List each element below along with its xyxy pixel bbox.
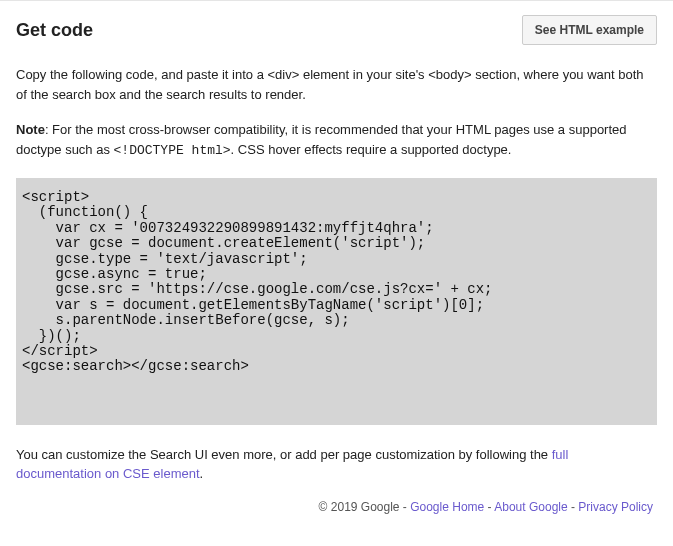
customize-text-before: You can customize the Search UI even mor… bbox=[16, 447, 552, 462]
note-text-after: . CSS hover effects require a supported … bbox=[231, 142, 512, 157]
google-home-link[interactable]: Google Home bbox=[410, 500, 484, 514]
code-block[interactable]: <script> (function() { var cx = '0073249… bbox=[16, 178, 657, 425]
note-paragraph: Note: For the most cross-browser compati… bbox=[16, 120, 657, 160]
copyright-text: © 2019 Google bbox=[319, 500, 403, 514]
customize-text-after: . bbox=[200, 466, 204, 481]
page-title: Get code bbox=[16, 20, 93, 41]
footer-sep-3: - bbox=[568, 500, 579, 514]
footer: © 2019 Google - Google Home - About Goog… bbox=[16, 494, 657, 514]
header-row: Get code See HTML example bbox=[16, 15, 657, 45]
customize-paragraph: You can customize the Search UI even mor… bbox=[16, 445, 657, 484]
note-label: Note bbox=[16, 122, 45, 137]
footer-sep-2: - bbox=[484, 500, 494, 514]
about-google-link[interactable]: About Google bbox=[494, 500, 567, 514]
intro-paragraph: Copy the following code, and paste it in… bbox=[16, 65, 657, 104]
doctype-code: <!DOCTYPE html> bbox=[114, 143, 231, 158]
main-container: Get code See HTML example Copy the follo… bbox=[0, 0, 673, 530]
privacy-policy-link[interactable]: Privacy Policy bbox=[578, 500, 653, 514]
see-html-example-button[interactable]: See HTML example bbox=[522, 15, 657, 45]
